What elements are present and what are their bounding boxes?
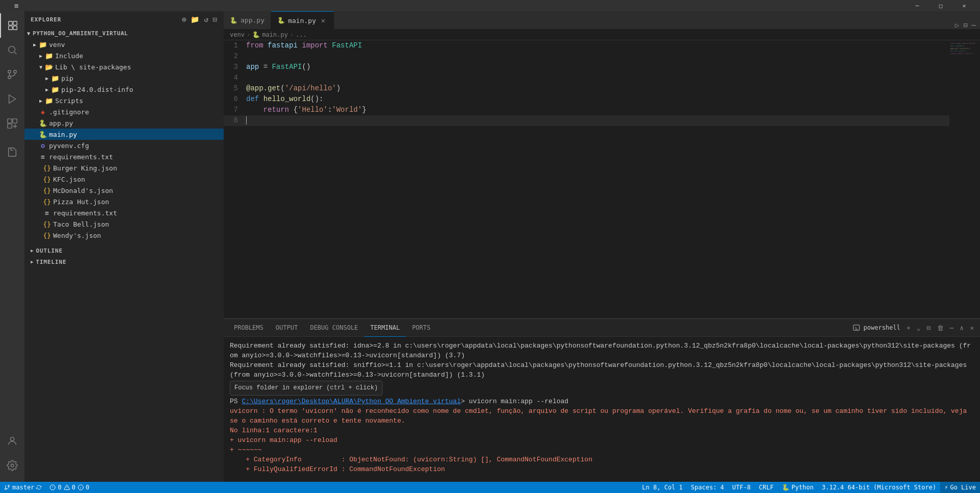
tree-item-pip-dist[interactable]: ▶ 📁 pip-24.0.dist-info — [25, 84, 224, 95]
more-actions-icon[interactable]: ⋯ — [972, 21, 976, 29]
tree-item-main-py[interactable]: ▶ 🐍 main.py — [25, 129, 224, 140]
editor-area: 🐍 app.py 🐍 main.py ✕ ▷ ⊟ ⋯ venv › 🐍 main… — [224, 11, 980, 482]
code-editor[interactable]: 1 from fastapi import FastAPI 2 3 app = … — [224, 40, 980, 318]
tree-item-app-py[interactable]: ▶ 🐍 app.py — [25, 117, 224, 129]
term-line-error-5: + CategoryInfo : ObjectNotFound: (uvicor… — [230, 455, 974, 464]
sidebar-title: Explorer — [31, 16, 61, 23]
gitignore-label: .gitignore — [49, 108, 89, 116]
status-line-ending[interactable]: CRLF — [755, 482, 778, 493]
tree-item-pyvenv[interactable]: ▶ ⚙ pyvenv.cfg — [25, 140, 224, 151]
tree-item-burger[interactable]: ▶ {} Burger King.json — [25, 162, 224, 174]
svg-line-5 — [14, 52, 16, 54]
app-py-icon: 🐍 — [39, 119, 47, 127]
tree-root[interactable]: ▼ PYTHON_OO_AMBIENTE_VIRTUAL — [25, 28, 224, 39]
terminal-type-label: powershell — [851, 323, 902, 333]
main-py-tab-icon: 🐍 — [277, 17, 285, 24]
activity-search[interactable] — [0, 38, 25, 62]
tree-item-wendys[interactable]: ▶ {} Wendy's.json — [25, 230, 224, 241]
burger-icon: {} — [43, 164, 51, 172]
add-terminal-icon[interactable]: + — [904, 323, 913, 333]
breadcrumb-venv[interactable]: venv — [230, 31, 245, 38]
panel-close-icon[interactable]: × — [968, 323, 976, 333]
status-errors[interactable]: 0 0 0 — [45, 482, 93, 493]
tab-debug-console[interactable]: DEBUG CONSOLE — [304, 319, 364, 337]
status-encoding[interactable]: UTF-8 — [728, 482, 755, 493]
output-label: OUTPUT — [276, 324, 298, 331]
tab-output[interactable]: OUTPUT — [270, 319, 304, 337]
tab-app-py[interactable]: 🐍 app.py — [224, 11, 271, 29]
outline-arrow: ▶ — [31, 248, 34, 253]
new-folder-icon[interactable]: 📁 — [190, 15, 200, 23]
collapse-icon[interactable]: ⊟ — [213, 15, 218, 23]
tree-item-mcdonalds[interactable]: ▶ {} McDonald's.json — [25, 185, 224, 196]
tree-item-lib[interactable]: ▼ 📂 Lib \ site-packages — [25, 61, 224, 72]
language-icon: 🐍 — [782, 484, 790, 491]
tree-item-taco[interactable]: ▶ {} Taco Bell.json — [25, 218, 224, 230]
sidebar-header: Explorer ⊕ 📁 ↺ ⊟ — [25, 11, 224, 28]
activity-source-control[interactable] — [0, 62, 25, 87]
maximize-button[interactable]: □ — [929, 0, 952, 11]
activity-accounts[interactable] — [0, 429, 25, 453]
refresh-icon[interactable]: ↺ — [204, 15, 208, 23]
pyvenv-icon: ⚙ — [39, 141, 47, 150]
branch-name: master — [12, 484, 34, 491]
breadcrumb-ellipsis[interactable]: ... — [296, 31, 307, 38]
minimize-button[interactable]: ─ — [905, 0, 929, 11]
tab-ports[interactable]: PORTS — [406, 319, 437, 337]
req-venv-icon: ≡ — [39, 153, 47, 161]
breadcrumb-file[interactable]: main.py — [262, 31, 288, 38]
line-col-text: Ln 8, Col 1 — [642, 484, 682, 491]
tree-item-kfc[interactable]: ▶ {} KFC.json — [25, 174, 224, 185]
status-line-col[interactable]: Ln 8, Col 1 — [638, 482, 686, 493]
tree-item-gitignore[interactable]: ▶ ◈ .gitignore — [25, 106, 224, 117]
status-language[interactable]: 🐍 Python — [778, 482, 818, 493]
kill-terminal-icon[interactable]: 🗑 — [935, 323, 946, 333]
split-editor-icon[interactable]: ⊟ — [963, 21, 967, 29]
sync-icon — [36, 485, 41, 490]
term-line-prompt-1: PS C:\Users\roger\Desktop\ALURA\Python_O… — [230, 397, 974, 406]
venv-folder-icon: 📁 — [39, 40, 47, 48]
tree-item-include[interactable]: ▶ 📁 Include — [25, 50, 224, 61]
pip-dist-label: pip-24.0.dist-info — [61, 86, 133, 93]
tab-close-main-py[interactable]: ✕ — [319, 16, 327, 24]
timeline-section[interactable]: ▶ TIMELINE — [25, 256, 224, 267]
status-go-live[interactable]: ⚡ Go Live — [940, 482, 980, 493]
new-file-icon[interactable]: ⊕ — [182, 15, 186, 23]
pip-dist-arrow: ▶ — [43, 85, 51, 93]
activity-settings[interactable] — [0, 453, 25, 478]
svg-marker-10 — [9, 95, 16, 104]
tree-item-req-venv[interactable]: ▶ ≡ requirements.txt — [25, 151, 224, 162]
tree-item-pip[interactable]: ▶ 📁 pip — [25, 72, 224, 84]
tree-item-req2[interactable]: ▶ ≡ requirements.txt — [25, 207, 224, 218]
terminal-content[interactable]: Requirement already satisfied: idna>=2.8… — [224, 337, 980, 482]
tree-item-scripts[interactable]: ▶ 📁 Scripts — [25, 95, 224, 106]
close-button[interactable]: ✕ — [952, 0, 976, 11]
line-content-7: return {'Hello':'World'} — [244, 105, 949, 115]
panel-maximize-icon[interactable]: ∧ — [958, 323, 966, 333]
tab-terminal[interactable]: TERMINAL — [364, 319, 406, 337]
activity-run-debug[interactable] — [0, 87, 25, 111]
status-spaces[interactable]: Spaces: 4 — [687, 482, 728, 493]
tree-item-venv[interactable]: ▶ 📁 venv — [25, 39, 224, 50]
activity-explorer[interactable] — [0, 13, 25, 38]
run-file-icon[interactable]: ▷ — [955, 21, 959, 29]
split-terminal-icon[interactable]: ⊟ — [925, 323, 933, 333]
outline-section[interactable]: ▶ OUTLINE — [25, 245, 224, 256]
problems-label: PROBLEMS — [234, 324, 264, 331]
status-python-version[interactable]: 3.12.4 64-bit (Microsoft Store) — [818, 482, 940, 493]
svg-point-20 — [5, 488, 7, 490]
status-branch[interactable]: master — [0, 482, 45, 493]
panel-tab-actions: powershell + ⌄ ⊟ 🗑 ⋯ ∧ × — [851, 323, 976, 333]
line-num-1: 1 — [224, 40, 244, 51]
code-line-7: 7 return {'Hello':'World'} — [224, 105, 949, 115]
tree-item-pizza[interactable]: ▶ {} Pizza Hut.json — [25, 196, 224, 207]
hamburger-menu[interactable]: ≡ — [4, 0, 29, 11]
terminal-more-icon[interactable]: ⋯ — [948, 323, 956, 333]
activity-extensions[interactable] — [0, 111, 25, 136]
tab-main-py[interactable]: 🐍 main.py ✕ — [271, 11, 334, 29]
activity-testing[interactable] — [0, 140, 25, 164]
terminal-dropdown-icon[interactable]: ⌄ — [915, 323, 923, 333]
code-line-5: 5 @app.get('/api/hello') — [224, 83, 949, 94]
go-live-text: Go Live — [950, 484, 976, 491]
tab-problems[interactable]: PROBLEMS — [228, 319, 270, 337]
